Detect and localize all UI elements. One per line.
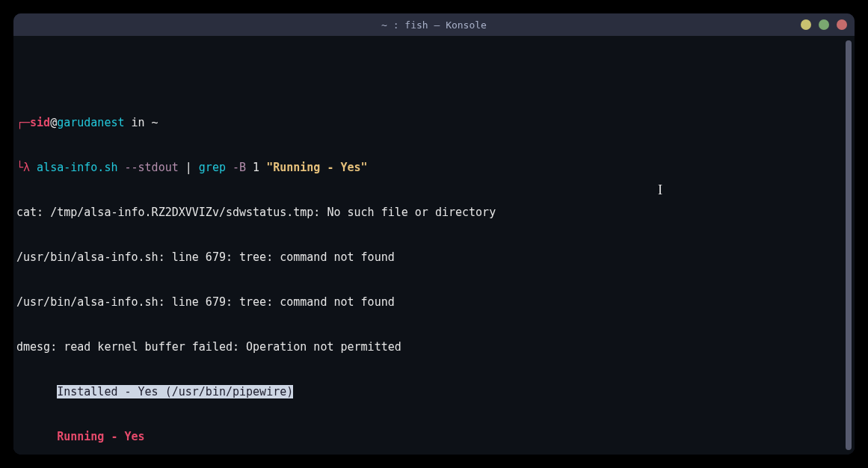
grep-context-line: Installed - Yes (/usr/bin/pipewire) xyxy=(57,385,293,398)
window-controls xyxy=(801,19,847,30)
cmd-grep-num: 1 xyxy=(253,161,266,174)
cmd-flag: --stdout xyxy=(125,161,185,174)
cmd-grep-string: "Running - Yes" xyxy=(266,161,367,174)
prompt-corner: ┌─ xyxy=(16,116,30,129)
output-line-highlight: Installed - Yes (/usr/bin/pipewire) xyxy=(16,384,843,399)
terminal-content: ┌─sid@garudanest in ~ └λ alsa-info.sh --… xyxy=(16,40,843,450)
output-line: dmesg: read kernel buffer failed: Operat… xyxy=(16,339,843,354)
pad xyxy=(16,385,57,398)
text-cursor-ibeam: I xyxy=(658,182,662,197)
terminal-area[interactable]: ┌─sid@garudanest in ~ └λ alsa-info.sh --… xyxy=(13,36,855,455)
grep-match-line: Running - Yes xyxy=(57,430,144,443)
cmd-pipe: | xyxy=(185,161,199,174)
output-line: cat: /tmp/alsa-info.RZ2DXVVIZv/sdwstatus… xyxy=(16,205,843,220)
prompt-location: in ~ xyxy=(125,116,158,129)
prompt-lambda: λ xyxy=(23,161,37,174)
prompt-line-1-cmd: └λ alsa-info.sh --stdout | grep -B 1 "Ru… xyxy=(16,160,843,175)
cmd-binary: alsa-info.sh xyxy=(37,161,124,174)
scrollbar[interactable] xyxy=(846,40,852,450)
cmd-grep-flag: -B xyxy=(233,161,253,174)
prompt-host: garudanest xyxy=(57,116,124,129)
pad xyxy=(16,430,57,443)
minimize-button[interactable] xyxy=(801,19,811,30)
output-line-match: Running - Yes xyxy=(16,429,843,444)
output-line: /usr/bin/alsa-info.sh: line 679: tree: c… xyxy=(16,250,843,265)
titlebar[interactable]: ~ : fish — Konsole xyxy=(13,13,855,36)
prompt-user: sid xyxy=(30,116,50,129)
prompt-at: @ xyxy=(50,116,57,129)
output-line: /usr/bin/alsa-info.sh: line 679: tree: c… xyxy=(16,295,843,310)
cmd-grep: grep xyxy=(199,161,233,174)
window-title: ~ : fish — Konsole xyxy=(381,19,487,31)
maximize-button[interactable] xyxy=(819,19,829,30)
close-button[interactable] xyxy=(837,19,847,30)
terminal-window: ~ : fish — Konsole ┌─sid@garudanest in ~… xyxy=(13,13,855,455)
blank-line xyxy=(16,70,843,85)
prompt-line-1-top: ┌─sid@garudanest in ~ xyxy=(16,115,843,130)
prompt-corner: └ xyxy=(16,161,23,174)
